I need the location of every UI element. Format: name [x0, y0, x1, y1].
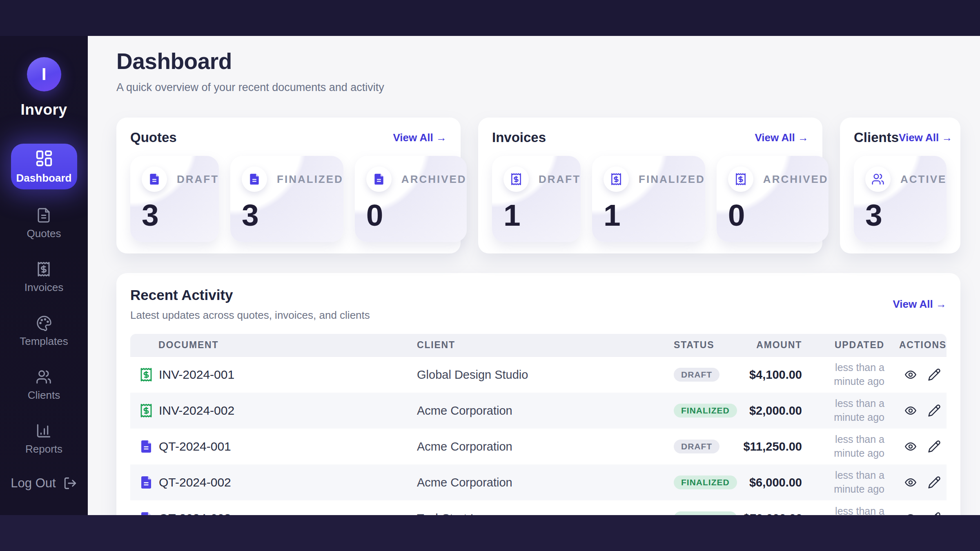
sidebar: I Invory Dashboard Quotes Invoices Templ… [0, 36, 88, 515]
summary-cards-row: Quotes View All → DRAFT 3 FINA [116, 118, 960, 253]
status-badge: DRAFT [674, 440, 719, 453]
file-text-icon [139, 439, 154, 454]
app-logo: I [27, 57, 61, 91]
recent-activity-subtitle: Latest updates across quotes, invoices, … [130, 309, 370, 322]
invoices-archived-tile: ARCHIVED 0 [717, 156, 829, 242]
tile-label: ACTIVE [900, 173, 947, 186]
tile-label: FINALIZED [639, 173, 705, 186]
bar-chart-icon [35, 423, 52, 439]
view-icon[interactable] [904, 368, 917, 381]
tile-value: 0 [728, 200, 829, 231]
sidebar-item-label: Dashboard [16, 172, 72, 184]
receipt-icon [728, 167, 753, 192]
sidebar-item-dashboard[interactable]: Dashboard [11, 144, 77, 189]
invoices-finalized-tile: FINALIZED 1 [592, 156, 705, 242]
tile-label: DRAFT [177, 173, 219, 186]
updated-time: less than a minute ago [803, 361, 884, 389]
client-name: Acme Corporation [417, 440, 512, 453]
tile-label: FINALIZED [277, 173, 343, 186]
palette-icon [36, 315, 53, 331]
updated-time: less than a minute ago [803, 469, 884, 496]
client-name: Acme Corporation [417, 404, 512, 417]
status-badge: DRAFT [674, 368, 719, 382]
clients-view-all-link[interactable]: View All → [899, 131, 953, 144]
column-header-updated: UPDATED [802, 340, 884, 351]
receipt-icon [35, 261, 52, 277]
users-icon [35, 369, 52, 385]
sidebar-item-label: Clients [28, 389, 60, 402]
column-header-client: CLIENT [417, 340, 674, 351]
receipt-icon [604, 167, 629, 192]
view-icon[interactable] [904, 476, 917, 489]
invoices-view-all-link[interactable]: View All → [755, 131, 809, 144]
app-logo-initial: I [42, 64, 47, 84]
edit-icon[interactable] [928, 512, 941, 515]
page-subtitle: A quick overview of your recent document… [116, 81, 960, 94]
client-name: Acme Corporation [417, 476, 512, 489]
receipt-icon [139, 403, 154, 418]
invoices-draft-tile: DRAFT 1 [492, 156, 581, 242]
main-content: Dashboard A quick overview of your recen… [88, 36, 980, 515]
quotes-finalized-tile: FINALIZED 3 [230, 156, 343, 242]
sidebar-item-label: Templates [20, 335, 68, 348]
sidebar-item-templates[interactable]: Templates [20, 315, 68, 348]
view-icon[interactable] [904, 404, 917, 417]
recent-activity-card: Recent Activity Latest updates across qu… [116, 273, 960, 515]
clients-card: Clients View All → ACTIVE 3 [840, 118, 960, 253]
status-badge: FINALIZED [674, 511, 737, 515]
tile-value: 3 [142, 200, 219, 231]
file-text-icon [242, 167, 267, 192]
file-text-icon [35, 207, 52, 223]
receipt-icon [139, 367, 154, 382]
edit-icon[interactable] [928, 368, 941, 381]
logout-button[interactable]: Log Out [11, 476, 77, 491]
sidebar-item-clients[interactable]: Clients [28, 369, 60, 402]
view-icon[interactable] [904, 512, 917, 515]
logout-label: Log Out [11, 476, 56, 491]
file-text-icon [139, 475, 154, 490]
document-id: INV-2024-001 [159, 368, 234, 382]
edit-icon[interactable] [928, 476, 941, 489]
tile-label: ARCHIVED [401, 173, 467, 186]
layout-dashboard-icon [35, 149, 53, 168]
log-out-icon [63, 476, 77, 490]
edit-icon[interactable] [928, 440, 941, 453]
column-header-document: DOCUMENT [130, 340, 417, 351]
document-id: QT-2024-001 [159, 440, 231, 453]
tile-value: 0 [366, 200, 467, 231]
client-name: Global Design Studio [417, 368, 528, 381]
page-title: Dashboard [116, 48, 960, 74]
status-badge: FINALIZED [674, 475, 737, 489]
amount: $4,100.00 [749, 368, 802, 381]
amount: $2,000.00 [749, 404, 802, 417]
view-icon[interactable] [904, 440, 917, 453]
amount: $11,250.00 [743, 440, 802, 453]
clients-active-tile: ACTIVE 3 [854, 156, 947, 242]
recent-activity-title: Recent Activity [130, 287, 370, 303]
quotes-card: Quotes View All → DRAFT 3 FINA [116, 118, 461, 253]
updated-time: less than a minute ago [803, 397, 884, 424]
clients-card-title: Clients [854, 130, 899, 145]
document-id: INV-2024-002 [159, 404, 234, 418]
app-name: Invory [20, 101, 67, 118]
column-header-actions: ACTIONS [884, 340, 947, 351]
document-id: QT-2024-002 [159, 475, 231, 489]
sidebar-item-reports[interactable]: Reports [25, 423, 62, 455]
sidebar-item-quotes[interactable]: Quotes [27, 207, 61, 240]
file-text-icon [142, 167, 167, 192]
tile-value: 1 [604, 200, 705, 231]
file-text-icon [366, 167, 392, 192]
tile-label: DRAFT [539, 173, 581, 186]
edit-icon[interactable] [928, 404, 941, 417]
client-name: TechStart Inc. [417, 512, 489, 515]
sidebar-item-invoices[interactable]: Invoices [24, 261, 63, 294]
invoices-card-title: Invoices [492, 130, 546, 145]
quotes-view-all-link[interactable]: View All → [393, 131, 447, 144]
activity-view-all-link[interactable]: View All → [893, 298, 947, 311]
quotes-archived-tile: ARCHIVED 0 [355, 156, 467, 242]
quotes-draft-tile: DRAFT 3 [130, 156, 219, 242]
table-row: INV-2024-002 Acme Corporation FINALIZED … [130, 393, 947, 429]
column-header-amount: AMOUNT [743, 340, 802, 351]
tile-value: 3 [242, 200, 343, 231]
table-row: QT-2024-001 Acme Corporation DRAFT $11,2… [130, 429, 947, 464]
